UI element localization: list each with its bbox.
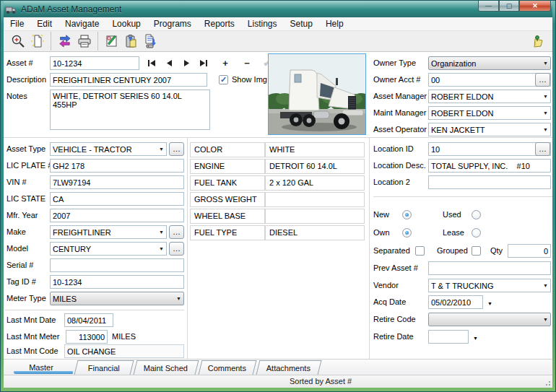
asset-type-lookup-button[interactable]: … xyxy=(169,142,184,156)
previous-record-icon xyxy=(165,59,173,67)
description-input[interactable] xyxy=(50,73,207,87)
asset-manager-combo[interactable]: ROBERT ELDON▼ xyxy=(428,90,551,103)
menu-navigate[interactable]: Navigate xyxy=(58,17,105,31)
owner-type-combo[interactable]: Organization▼ xyxy=(428,56,551,70)
menu-reports[interactable]: Reports xyxy=(198,17,241,31)
menu-lookup[interactable]: Lookup xyxy=(105,17,147,31)
paste-button[interactable] xyxy=(121,32,141,51)
menu-listings[interactable]: Listings xyxy=(241,17,284,31)
app-window: ADaM Asset Management — ▢ ✕ File Edit Na… xyxy=(0,0,556,392)
acq-date-input[interactable] xyxy=(428,295,483,309)
prev-asset-input[interactable] xyxy=(428,261,551,275)
find-button[interactable] xyxy=(8,32,27,51)
notes-button[interactable] xyxy=(529,32,548,51)
owner-acct-lookup-button[interactable]: … xyxy=(535,73,550,87)
lic-plate-input[interactable] xyxy=(50,159,184,173)
edit-record-button[interactable] xyxy=(102,32,121,51)
menu-setup[interactable]: Setup xyxy=(284,17,319,31)
notes-input[interactable]: WHITE, DETROIT SERIES 60 14.0L 455HP xyxy=(50,90,210,130)
tag-id-input[interactable] xyxy=(50,275,184,289)
vin-input[interactable] xyxy=(50,175,184,189)
add-record-button[interactable]: + xyxy=(219,56,232,69)
asset-type-combo[interactable]: VEHICLE - TRACTOR▼ xyxy=(50,142,167,156)
minimize-button[interactable]: — xyxy=(478,1,499,12)
asset-photo[interactable] xyxy=(268,53,366,135)
new-radio[interactable] xyxy=(402,210,412,219)
dropdown-arrow-icon: ▼ xyxy=(174,296,181,301)
mfr-year-input[interactable] xyxy=(50,209,184,222)
delete-record-button[interactable]: − xyxy=(240,56,253,69)
used-radio[interactable] xyxy=(472,210,481,219)
grouped-checkbox[interactable] xyxy=(472,246,481,256)
title-bar[interactable]: ADaM Asset Management — ▢ ✕ xyxy=(4,1,552,17)
spec-value-cell[interactable]: DETROIT 60 14.0L xyxy=(265,159,365,174)
spec-value-cell[interactable] xyxy=(265,209,365,224)
location-lookup-button[interactable]: … xyxy=(535,142,550,156)
resize-grip-icon[interactable] xyxy=(544,379,551,386)
vendor-combo[interactable]: T & T TRUCKING▼ xyxy=(428,279,551,292)
location-id-input[interactable] xyxy=(428,142,551,156)
clipboard-paste-icon xyxy=(124,34,139,48)
retire-date-dropdown-icon[interactable]: ▼ xyxy=(473,331,478,345)
toolbar-separator xyxy=(51,32,51,51)
last-mnt-date-input[interactable] xyxy=(64,313,113,327)
tab-financial[interactable]: Financial xyxy=(74,360,134,375)
export-button[interactable] xyxy=(141,32,160,51)
meter-type-combo[interactable]: MILES▼ xyxy=(50,292,184,305)
form-area: Asset # + − ✔ ✖ Description ✓ Show Img N… xyxy=(4,52,552,359)
serial-input[interactable] xyxy=(50,258,184,272)
tab-maint-sched[interactable]: Maint Sched xyxy=(134,360,199,375)
last-record-button[interactable] xyxy=(197,56,210,69)
last-mnt-meter-label: Last Mnt Meter xyxy=(6,330,59,344)
print-button[interactable] xyxy=(74,32,94,51)
separated-checkbox[interactable] xyxy=(415,246,425,256)
new-record-button[interactable] xyxy=(27,32,47,51)
own-radio[interactable] xyxy=(402,228,412,238)
model-combo[interactable]: CENTURY▼ xyxy=(50,242,167,256)
make-lookup-button[interactable]: … xyxy=(169,225,184,239)
spec-value-cell[interactable] xyxy=(265,192,365,207)
qty-input[interactable] xyxy=(508,244,551,258)
dropdown-arrow-icon: ▼ xyxy=(541,110,548,116)
next-record-button[interactable] xyxy=(180,56,193,69)
asset-number-input[interactable] xyxy=(50,56,139,70)
location2-input[interactable] xyxy=(428,175,551,189)
acq-date-dropdown-icon[interactable]: ▼ xyxy=(487,297,492,310)
dropdown-arrow-icon: ▼ xyxy=(541,283,548,288)
lease-radio[interactable] xyxy=(472,228,481,238)
last-mnt-code-input[interactable] xyxy=(64,344,184,358)
asset-operator-label: Asset Operator xyxy=(373,123,427,136)
menu-help[interactable]: Help xyxy=(319,17,350,31)
last-mnt-meter-input[interactable] xyxy=(66,330,108,344)
spec-value-cell[interactable]: WHITE xyxy=(265,142,365,157)
close-button[interactable]: ✕ xyxy=(519,1,551,12)
asset-operator-combo[interactable]: KEN JACKETT▼ xyxy=(428,123,551,136)
spec-value-cell[interactable]: 2 x 120 GAL xyxy=(265,175,365,191)
make-label: Make xyxy=(6,225,26,239)
menu-edit[interactable]: Edit xyxy=(30,17,58,31)
retire-code-combo[interactable]: ▼ xyxy=(428,313,551,326)
lic-state-input[interactable] xyxy=(50,192,184,206)
tab-attachments[interactable]: Attachments xyxy=(256,360,322,375)
show-img-checkbox[interactable]: ✓ xyxy=(219,75,228,84)
maint-manager-combo[interactable]: ROBERT ELDON▼ xyxy=(428,106,551,120)
first-record-button[interactable] xyxy=(145,56,158,69)
menu-programs[interactable]: Programs xyxy=(147,17,198,31)
transfer-button[interactable] xyxy=(55,32,74,51)
spec-value-cell[interactable]: DIESEL xyxy=(265,225,365,240)
dropdown-arrow-icon: ▼ xyxy=(157,147,164,152)
location-desc-input[interactable] xyxy=(428,159,551,173)
status-bar: Sorted by Asset # xyxy=(4,375,552,388)
make-combo[interactable]: FREIGHTLINER▼ xyxy=(50,225,167,239)
model-lookup-button[interactable]: … xyxy=(169,242,184,256)
owner-acct-input[interactable] xyxy=(428,73,551,87)
menu-file[interactable]: File xyxy=(4,17,30,31)
retire-date-input[interactable] xyxy=(428,330,469,344)
magnifier-icon xyxy=(11,34,25,48)
last-mnt-date-label: Last Mnt Date xyxy=(6,313,56,327)
tab-comments[interactable]: Comments xyxy=(199,360,257,375)
spec-label-cell: ENGINE xyxy=(190,159,265,174)
previous-record-button[interactable] xyxy=(162,56,175,69)
used-label: Used xyxy=(443,208,461,222)
maximize-button[interactable]: ▢ xyxy=(499,1,519,12)
